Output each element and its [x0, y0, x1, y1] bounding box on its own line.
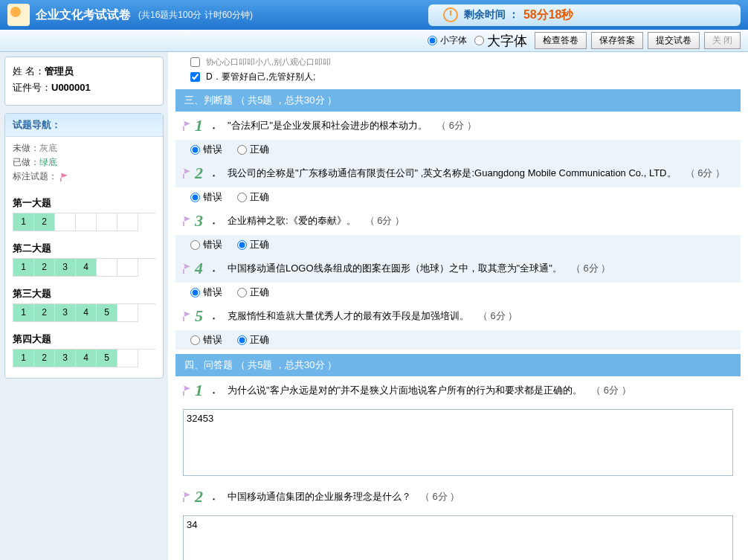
- flag-icon[interactable]: [183, 311, 190, 321]
- sidebar: 姓 名：管理员 证件号：U000001 试题导航： 未做：灰底 已做：绿底 标注…: [0, 52, 168, 560]
- question-number: 3: [195, 211, 203, 231]
- question-text: 中国移动通信LOGO线条组成的图案在圆形（地球）之中，取其意为"全球通"。: [228, 262, 562, 275]
- user-id-label: 证件号：: [13, 82, 51, 93]
- option-wrong[interactable]: 错误: [190, 333, 222, 347]
- essay-question: 1． 为什么说"客户永远是对的"并不是狭义片面地说客户所有的行为和要求都是正确的…: [175, 376, 741, 405]
- question-points: （ 6分 ）: [686, 167, 725, 180]
- nav-question-cell[interactable]: 3: [55, 259, 76, 277]
- question-text: 为什么说"客户永远是对的"并不是狭义片面地说客户所有的行为和要求都是正确的。: [228, 384, 582, 397]
- question-number: 1: [195, 381, 203, 400]
- option-d[interactable]: D．要管好自己,先管好别人;: [175, 69, 741, 85]
- question-points: （ 6分 ）: [591, 384, 631, 397]
- question-text: 我公司的全称是"广东移动通信有限责任公司" ,英文名称是:Guangdong M…: [228, 167, 677, 180]
- nav-header: 试题导航：: [5, 114, 163, 137]
- option-right[interactable]: 正确: [237, 190, 269, 204]
- nav-question-cell[interactable]: 3: [55, 304, 76, 322]
- question-number: 1: [195, 116, 203, 135]
- question-points: （ 6分 ）: [478, 309, 518, 323]
- question-text: 中国移动通信集团的企业服务理念是什么？: [228, 490, 411, 503]
- font-small-option[interactable]: 小字体: [428, 34, 467, 47]
- question-number: 5: [195, 306, 203, 326]
- nav-question-cell[interactable]: 1: [13, 213, 34, 231]
- save-button[interactable]: 保存答案: [591, 32, 643, 49]
- nav-question-cell[interactable]: 1: [13, 350, 34, 367]
- nav-question-cell[interactable]: 4: [76, 259, 97, 277]
- option-wrong[interactable]: 错误: [190, 190, 222, 204]
- nav-question-cell[interactable]: 2: [34, 259, 55, 277]
- question-points: （ 6分 ）: [365, 214, 404, 228]
- option-right[interactable]: 正确: [237, 333, 269, 347]
- nav-question-cell[interactable]: 4: [76, 304, 97, 322]
- judge-question: 3． 企业精神之歌:《爱的奉献》。 （ 6分 ）: [175, 207, 741, 235]
- close-button[interactable]: 关 闭: [704, 32, 741, 49]
- judge-question: 5． 克服惰性和造就大量优秀人才的最有效手段是加强培训。 （ 6分 ）: [175, 302, 741, 330]
- nav-legend: 未做：灰底 已做：绿底 标注试题：: [5, 137, 163, 189]
- nav-panel: 试题导航： 未做：灰底 已做：绿底 标注试题： 第一大题12第二大题1234第三…: [4, 113, 164, 379]
- nav-section-title: 第二大题: [13, 242, 155, 255]
- timer-value: 58分18秒: [523, 7, 574, 23]
- nav-question-cell[interactable]: 2: [34, 350, 55, 367]
- user-name: 管理员: [45, 65, 74, 77]
- flag-icon[interactable]: [183, 263, 190, 274]
- submit-button[interactable]: 提交试卷: [648, 32, 700, 49]
- option-right[interactable]: 正确: [237, 238, 269, 251]
- nav-question-cell[interactable]: 1: [13, 259, 34, 277]
- page-subtitle: (共16题共100分 计时60分钟): [138, 9, 253, 22]
- question-number: 2: [195, 164, 203, 183]
- question-points: （ 6分 ）: [420, 490, 460, 503]
- exam-icon: [7, 4, 30, 26]
- flag-icon[interactable]: [183, 120, 190, 131]
- option-wrong[interactable]: 错误: [190, 238, 222, 251]
- section-3-bar: 三、判断题 （ 共5题 ，总共30分 ）: [175, 89, 741, 112]
- nav-section-title: 第四大题: [13, 332, 155, 346]
- question-points: （ 6分 ）: [571, 262, 610, 275]
- timer-box: 剩余时间 ： 58分18秒: [428, 4, 741, 26]
- nav-question-cell[interactable]: 2: [34, 213, 55, 231]
- flag-icon: [60, 173, 68, 181]
- section-4-bar: 四、问答题 （ 共5题 ，总共30分 ）: [175, 354, 741, 376]
- judge-question: 1． "合法利己"是企业发展和社会进步的根本动力。 （ 6分 ）: [175, 112, 741, 140]
- option-right[interactable]: 正确: [237, 143, 269, 156]
- font-large-option[interactable]: 大字体: [474, 32, 527, 50]
- question-number: 2: [195, 487, 203, 506]
- nav-question-cell[interactable]: 3: [55, 350, 76, 367]
- nav-question-cell[interactable]: 4: [76, 350, 97, 367]
- flag-icon[interactable]: [183, 216, 190, 226]
- option-right[interactable]: 正确: [237, 286, 269, 299]
- judge-question: 2． 我公司的全称是"广东移动通信有限责任公司" ,英文名称是:Guangdon…: [175, 159, 741, 187]
- flag-icon[interactable]: [183, 492, 190, 502]
- option-wrong[interactable]: 错误: [190, 286, 222, 299]
- flag-icon[interactable]: [183, 385, 190, 396]
- check-button[interactable]: 检查答卷: [535, 32, 587, 49]
- nav-question-cell[interactable]: 2: [34, 304, 55, 322]
- question-points: （ 6分 ）: [436, 119, 476, 132]
- nav-section-title: 第三大题: [13, 287, 155, 300]
- user-panel: 姓 名：管理员 证件号：U000001: [4, 57, 164, 106]
- app-header: 企业文化考试试卷 (共16题共100分 计时60分钟) 剩余时间 ： 58分18…: [0, 0, 748, 30]
- nav-question-cell[interactable]: 5: [97, 304, 117, 322]
- user-id: U000001: [51, 82, 91, 93]
- toolbar: 小字体 大字体 检查答卷 保存答案 提交试卷 关 闭: [0, 30, 748, 52]
- answer-textarea[interactable]: [183, 409, 733, 476]
- question-text: "合法利己"是企业发展和社会进步的根本动力。: [228, 119, 428, 132]
- option-wrong[interactable]: 错误: [190, 143, 222, 156]
- option-c[interactable]: 协心心口叩叩小八,别八观心口叩叩: [175, 55, 741, 69]
- judge-question: 4． 中国移动通信LOGO线条组成的图案在圆形（地球）之中，取其意为"全球通"。…: [175, 254, 741, 283]
- question-number: 4: [195, 259, 203, 278]
- page-title: 企业文化考试试卷: [36, 7, 131, 23]
- question-text: 企业精神之歌:《爱的奉献》。: [228, 214, 356, 228]
- timer-label: 剩余时间 ：: [464, 8, 519, 22]
- clock-icon: [443, 7, 458, 22]
- flag-icon[interactable]: [183, 168, 190, 178]
- main-content[interactable]: 协心心口叩叩小八,别八观心口叩叩 D．要管好自己,先管好别人; 三、判断题 （ …: [168, 52, 748, 560]
- nav-question-cell[interactable]: 5: [97, 350, 117, 367]
- user-name-label: 姓 名：: [13, 65, 45, 77]
- question-text: 克服惰性和造就大量优秀人才的最有效手段是加强培训。: [228, 309, 469, 323]
- nav-section-title: 第一大题: [13, 196, 155, 210]
- answer-textarea[interactable]: [183, 515, 733, 560]
- nav-question-cell[interactable]: 1: [13, 304, 34, 322]
- essay-question: 2． 中国移动通信集团的企业服务理念是什么？ （ 6分 ）: [175, 483, 741, 511]
